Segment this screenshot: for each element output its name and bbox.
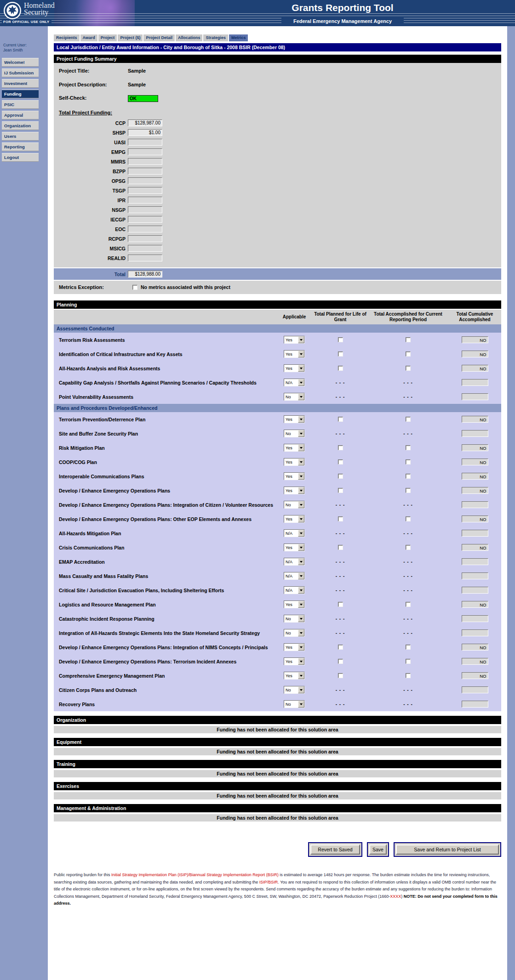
tab-project-detail[interactable]: Project Detail — [143, 34, 175, 41]
tab-recipients[interactable]: Recipients — [54, 34, 80, 41]
solution-area-organization: OrganizationFunding has not been allocat… — [54, 716, 501, 733]
applicable-select-develop-enhance-emergency-operations-plans[interactable]: Yes — [284, 487, 305, 494]
planned-checkbox-crisis-communications-plan[interactable] — [338, 545, 343, 550]
sidebar-item-approval[interactable]: Approval — [2, 111, 39, 119]
sidebar-item-psic[interactable]: PSIC — [2, 100, 39, 109]
applicable-select-capability-gap-analysis-shortfalls-against-planning-scenarios-capacity-thresholds[interactable]: N/A — [284, 379, 305, 386]
applicable-select-crisis-communications-plan[interactable]: Yes — [284, 544, 305, 551]
accomplished-checkbox-interoperable-communications-plans[interactable] — [406, 474, 411, 479]
funding-input-ipr[interactable] — [128, 197, 162, 204]
applicable-select-comprehensive-emergency-management-plan[interactable]: Yes — [284, 672, 305, 680]
metrics-exception-checkbox[interactable] — [132, 285, 137, 290]
save-and-return-to-project-list-button[interactable]: Save and Return to Project List — [394, 842, 501, 857]
planned-checkbox-identification-of-critical-infrastructure-and-key-assets[interactable] — [338, 351, 343, 357]
accomplished-checkbox-develop-enhance-emergency-operations-plans-terrorism-incident-annexes[interactable] — [406, 659, 411, 664]
funding-input-iecgp[interactable] — [128, 216, 162, 223]
funding-input-shsp[interactable]: $1.00 — [128, 129, 162, 136]
funding-input-tsgp[interactable] — [128, 187, 162, 194]
sidebar-item-logout[interactable]: Logout — [2, 153, 39, 162]
app-header-banner: Homeland Security FOR OFFICIAL USE ONLY … — [0, 0, 515, 26]
funding-input-opsg[interactable] — [128, 177, 162, 184]
planned-na-dashes: - - - — [336, 502, 345, 507]
applicable-select-develop-enhance-emergency-operations-plans-terrorism-incident-annexes[interactable]: Yes — [284, 657, 305, 665]
revert-to-saved-button[interactable]: Revert to Saved — [308, 842, 362, 857]
planned-checkbox-interoperable-communications-plans[interactable] — [338, 474, 343, 479]
funding-input-bzpp[interactable] — [128, 168, 162, 175]
accomplished-checkbox-develop-enhance-emergency-operations-plans-integration-of-nims-concepts-principals[interactable] — [406, 645, 411, 650]
accomplished-checkbox-develop-enhance-emergency-operations-plans-other-eop-elements-and-annexes[interactable] — [406, 516, 411, 521]
applicable-select-develop-enhance-emergency-operations-plans-integration-of-nims-concepts-principals[interactable]: Yes — [284, 643, 305, 651]
funding-input-eoc[interactable] — [128, 226, 162, 232]
tab-project[interactable]: Project ($) — [118, 34, 143, 41]
applicable-select-mass-casualty-and-mass-fatality-plans[interactable]: N/A — [284, 572, 305, 580]
accomplished-checkbox-terrorism-prevention-deterrence-plan[interactable] — [406, 417, 411, 422]
funding-input-msicg[interactable] — [128, 245, 162, 252]
applicable-select-terrorism-risk-assessments[interactable]: Yes — [284, 336, 305, 344]
funding-input-nsgp[interactable] — [128, 206, 162, 213]
accomplished-checkbox-terrorism-risk-assessments[interactable] — [406, 337, 411, 342]
applicable-select-critical-site-jurisdiction-evacuation-plans-including-sheltering-efforts[interactable]: N/A — [284, 586, 305, 594]
sidebar-item-investment[interactable]: Investment — [2, 79, 39, 88]
applicable-select-identification-of-critical-infrastructure-and-key-assets[interactable]: Yes — [284, 350, 305, 358]
planned-checkbox-risk-mitigation-plan[interactable] — [338, 445, 343, 450]
accomplished-checkbox-identification-of-critical-infrastructure-and-key-assets[interactable] — [406, 351, 411, 357]
sidebar-item-organization[interactable]: Organization — [2, 121, 39, 130]
accomplished-checkbox-risk-mitigation-plan[interactable] — [406, 445, 411, 450]
applicable-select-emap-accreditation[interactable]: N/A — [284, 558, 305, 566]
planned-checkbox-logistics-and-resource-management-plan[interactable] — [338, 602, 343, 607]
applicable-select-point-vulnerability-assessments[interactable]: No — [284, 393, 305, 401]
planned-checkbox-terrorism-risk-assessments[interactable] — [338, 337, 343, 342]
applicable-select-develop-enhance-emergency-operations-plans-other-eop-elements-and-annexes[interactable]: Yes — [284, 515, 305, 523]
cumulative-cell: NO — [448, 644, 501, 651]
sidebar-item-reporting[interactable]: Reporting — [2, 142, 39, 151]
applicable-select-logistics-and-resource-management-plan[interactable]: Yes — [284, 600, 305, 608]
chevron-down-icon — [298, 501, 304, 508]
dropdown-arrow-glyph — [300, 689, 303, 691]
tab-project[interactable]: Project — [98, 34, 117, 41]
planned-checkbox-coop-cog-plan[interactable] — [338, 459, 343, 465]
applicable-select-coop-cog-plan[interactable]: Yes — [284, 458, 305, 466]
funding-input-mmrs[interactable] — [128, 158, 162, 165]
funding-input-ccp[interactable]: $128,987.00 — [128, 119, 162, 126]
accomplished-cell — [368, 545, 448, 550]
applicable-select-recovery-plans[interactable]: No — [284, 700, 305, 708]
planned-checkbox-all-hazards-analysis-and-risk-assessments[interactable] — [338, 366, 343, 371]
applicable-select-citizen-corps-plans-and-outreach[interactable]: No — [284, 686, 305, 694]
tab-metrics[interactable]: Metrics — [229, 34, 248, 41]
applicable-select-catastrophic-incident-response-planning[interactable]: No — [284, 615, 305, 623]
planned-checkbox-develop-enhance-emergency-operations-plans[interactable] — [338, 488, 343, 493]
applicable-select-develop-enhance-emergency-operations-plans-other-eop-elements-and-annexes-value: Yes — [284, 515, 298, 522]
funding-input-rcpgp[interactable] — [128, 235, 162, 242]
applicable-select-integration-of-all-hazards-strategic-elements-into-the-state-homeland-security-strategy[interactable]: No — [284, 629, 305, 637]
applicable-select-all-hazards-mitigation-plan[interactable]: N/A — [284, 529, 305, 537]
tab-award[interactable]: Award — [80, 34, 97, 41]
accomplished-checkbox-all-hazards-analysis-and-risk-assessments[interactable] — [406, 366, 411, 371]
accomplished-checkbox-develop-enhance-emergency-operations-plans[interactable] — [406, 488, 411, 493]
accomplished-checkbox-coop-cog-plan[interactable] — [406, 459, 411, 465]
sidebar-item-welcome[interactable]: Welcome! — [2, 58, 39, 67]
funding-input-realid[interactable] — [128, 255, 162, 261]
funding-input-empg[interactable] — [128, 148, 162, 155]
accomplished-checkbox-comprehensive-emergency-management-plan[interactable] — [406, 673, 411, 678]
planned-checkbox-develop-enhance-emergency-operations-plans-integration-of-nims-concepts-principals[interactable] — [338, 645, 343, 650]
accomplished-checkbox-logistics-and-resource-management-plan[interactable] — [406, 602, 411, 607]
planned-checkbox-comprehensive-emergency-management-plan[interactable] — [338, 673, 343, 678]
planned-checkbox-terrorism-prevention-deterrence-plan[interactable] — [338, 417, 343, 422]
applicable-select-risk-mitigation-plan[interactable]: Yes — [284, 444, 305, 452]
sidebar-item-users[interactable]: Users — [2, 132, 39, 141]
applicable-select-terrorism-prevention-deterrence-plan[interactable]: Yes — [284, 415, 305, 423]
planned-checkbox-develop-enhance-emergency-operations-plans-terrorism-incident-annexes[interactable] — [338, 659, 343, 664]
sidebar-item-funding[interactable]: Funding — [2, 90, 39, 98]
tab-strategies[interactable]: Strategies — [203, 34, 228, 41]
project-description-row: Project Description: Sample — [54, 75, 501, 89]
applicable-select-interoperable-communications-plans[interactable]: Yes — [284, 472, 305, 480]
tab-allocations[interactable]: Allocations — [176, 34, 203, 41]
save-button[interactable]: Save — [367, 842, 389, 857]
applicable-select-develop-enhance-emergency-operations-plans-integration-of-citizen-volunteer-resources[interactable]: No — [284, 501, 305, 509]
funding-input-uasi[interactable] — [128, 139, 162, 146]
applicable-select-all-hazards-analysis-and-risk-assessments[interactable]: Yes — [284, 364, 305, 372]
sidebar-item-ij-submission[interactable]: IJ Submission — [2, 68, 39, 77]
accomplished-checkbox-crisis-communications-plan[interactable] — [406, 545, 411, 550]
planned-checkbox-develop-enhance-emergency-operations-plans-other-eop-elements-and-annexes[interactable] — [338, 516, 343, 521]
applicable-select-site-and-buffer-zone-security-plan[interactable]: No — [284, 430, 305, 437]
